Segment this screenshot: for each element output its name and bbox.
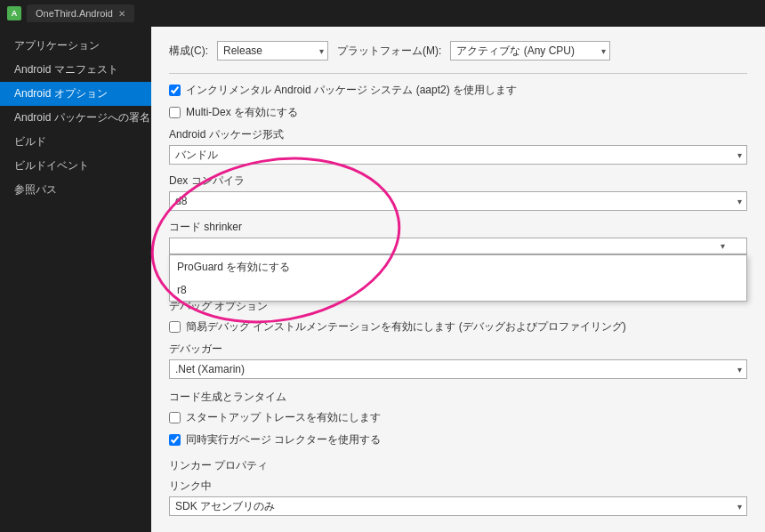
- link-select[interactable]: SDK アセンブリのみ なし SDK およびユーザー アセンブリ: [169, 496, 747, 516]
- app-icon: A: [7, 6, 21, 20]
- dex-compiler-label: Dex コンパイラ: [169, 173, 747, 189]
- tab-close-button[interactable]: ✕: [118, 9, 125, 19]
- package-format-select-wrapper: バンドル APK: [169, 145, 747, 165]
- startup-trace-label: スタートアップ トレースを有効にします: [186, 410, 381, 425]
- code-shrinker-dropdown-trigger[interactable]: [169, 238, 747, 254]
- gc-row: 同時実行ガベージ コレクターを使用する: [169, 432, 747, 447]
- dex-compiler-select-wrapper: d8 dx: [169, 191, 747, 211]
- package-format-select[interactable]: バンドル APK: [169, 145, 747, 165]
- code-shrinker-group: コード shrinker ProGuard を有効にする r8: [169, 220, 747, 254]
- platform-select[interactable]: アクティブな (Any CPU) Any CPU x86 x64: [450, 41, 610, 60]
- dex-compiler-group: Dex コンパイラ d8 dx: [169, 173, 747, 211]
- config-label: 構成(C):: [169, 44, 208, 59]
- incremental-checkbox[interactable]: [169, 85, 181, 96]
- package-format-label: Android パッケージ形式: [169, 127, 747, 142]
- codegen-section-header: コード生成とランタイム: [169, 390, 747, 405]
- debug-instrumentation-label: 簡易デバッグ インストルメンテーションを有効にします (デバッグおよびプロファイ…: [186, 319, 626, 335]
- codegen-section: コード生成とランタイム スタートアップ トレースを有効にします 同時実行ガベージ…: [169, 390, 747, 447]
- package-format-group: Android パッケージ形式 バンドル APK: [169, 127, 747, 165]
- multidex-label: Multi-Dex を有効にする: [186, 105, 298, 120]
- dex-compiler-select[interactable]: d8 dx: [169, 191, 747, 211]
- code-shrinker-option-r8[interactable]: r8: [170, 279, 746, 301]
- platform-label: プラットフォーム(M):: [337, 44, 441, 59]
- code-shrinker-dropdown-list: ProGuard を有効にする r8: [169, 254, 747, 302]
- link-group: リンク中 SDK アセンブリのみ なし SDK およびユーザー アセンブリ: [169, 479, 747, 516]
- config-toolbar: 構成(C): Release Debug All Configurations …: [169, 41, 747, 60]
- debugger-label: デバッガー: [169, 342, 747, 357]
- debugger-group: デバッガー .Net (Xamarin) LLDB: [169, 342, 747, 379]
- debugger-select[interactable]: .Net (Xamarin) LLDB: [169, 359, 747, 379]
- incremental-label: インクリメンタル Android パッケージ システム (aapt2) を使用し…: [186, 83, 517, 98]
- incremental-checkbox-row: インクリメンタル Android パッケージ システム (aapt2) を使用し…: [169, 83, 747, 98]
- debug-instrumentation-checkbox[interactable]: [169, 321, 181, 333]
- sidebar-item-android-manifest[interactable]: Android マニフェスト: [0, 58, 151, 82]
- sidebar-item-android-options[interactable]: Android オプション: [0, 82, 151, 106]
- debug-instrumentation-row: 簡易デバッグ インストルメンテーションを有効にします (デバッグおよびプロファイ…: [169, 319, 747, 335]
- link-select-wrapper: SDK アセンブリのみ なし SDK およびユーザー アセンブリ: [169, 496, 747, 516]
- sidebar: アプリケーション Android マニフェスト Android オプション An…: [0, 27, 151, 532]
- multidex-checkbox[interactable]: [169, 107, 181, 118]
- code-shrinker-option-proguard[interactable]: ProGuard を有効にする: [170, 255, 746, 279]
- debugger-select-wrapper: .Net (Xamarin) LLDB: [169, 359, 747, 379]
- sidebar-item-build[interactable]: ビルド: [0, 130, 151, 154]
- startup-trace-row: スタートアップ トレースを有効にします: [169, 410, 747, 425]
- config-select[interactable]: Release Debug All Configurations: [217, 41, 328, 60]
- content-area: 構成(C): Release Debug All Configurations …: [151, 27, 765, 532]
- config-select-wrapper: Release Debug All Configurations: [217, 41, 328, 60]
- title-tab[interactable]: OneThird.Android ✕: [27, 4, 134, 22]
- sidebar-item-application[interactable]: アプリケーション: [0, 34, 151, 58]
- code-shrinker-label: コード shrinker: [169, 220, 747, 235]
- tab-label: OneThird.Android: [36, 8, 113, 19]
- link-label: リンク中: [169, 479, 747, 494]
- gc-checkbox[interactable]: [169, 434, 181, 446]
- sidebar-item-reference-paths[interactable]: 参照パス: [0, 178, 151, 202]
- linker-section-header: リンカー プロパティ: [169, 458, 747, 473]
- sidebar-item-android-signing[interactable]: Android パッケージへの署名: [0, 106, 151, 130]
- debug-section: デバッグ オプション 簡易デバッグ インストルメンテーションを有効にします (デ…: [169, 299, 747, 335]
- startup-trace-checkbox[interactable]: [169, 412, 181, 423]
- main-container: アプリケーション Android マニフェスト Android オプション An…: [0, 27, 765, 532]
- linker-section: リンカー プロパティ リンク中 SDK アセンブリのみ なし SDK およびユー…: [169, 458, 747, 516]
- section-divider-top: [169, 73, 747, 74]
- platform-select-wrapper: アクティブな (Any CPU) Any CPU x86 x64: [450, 41, 610, 60]
- sidebar-item-build-events[interactable]: ビルドイベント: [0, 154, 151, 178]
- multidex-checkbox-row: Multi-Dex を有効にする: [169, 105, 747, 120]
- gc-label: 同時実行ガベージ コレクターを使用する: [186, 432, 381, 447]
- title-bar: A OneThird.Android ✕: [0, 0, 765, 27]
